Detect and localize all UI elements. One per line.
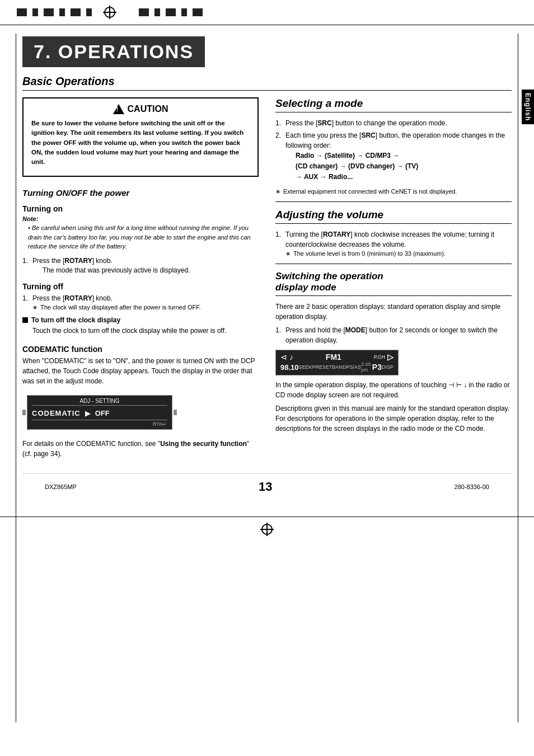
clock-display-header: To turn off the clock display	[22, 316, 259, 324]
selecting-step-1: Press the [SRC] button to change the ope…	[275, 118, 512, 128]
main-content: 7. OPERATIONS Basic Operations CAUTION B…	[0, 25, 534, 511]
adjusting-volume-steps: Turning the [ROTARY] knob clockwise incr…	[275, 229, 512, 258]
selecting-mode-steps: Press the [SRC] button to change the ope…	[275, 118, 512, 183]
codematic-footer: RTN↵	[32, 420, 167, 427]
bar-block-3	[44, 8, 54, 16]
turning-off-step-1: Press the [ROTARY] knob. The clock will …	[22, 293, 259, 312]
codematic-text2: For details on the CODEMATIC function, s…	[22, 439, 259, 459]
adjusting-volume-title: Adjusting the volume	[275, 209, 512, 224]
p3-label: P3	[372, 363, 382, 372]
divider-2	[275, 264, 512, 264]
section-title: Basic Operations	[22, 75, 512, 91]
language-tab: English	[522, 90, 534, 124]
caution-box: CAUTION Be sure to lower the volume befo…	[22, 97, 259, 177]
page-border-left	[16, 34, 16, 722]
turning-off-note: The clock will stay displayed after the …	[32, 303, 259, 312]
caution-label: CAUTION	[128, 104, 168, 114]
selecting-mode-note: External equipment not connected with Ce…	[275, 187, 512, 196]
crosshair-icon	[103, 6, 116, 19]
fm-frequency: 98.10	[280, 363, 299, 372]
codematic-title: CODEMATIC function	[22, 345, 259, 354]
right-column: Selecting a mode Press the [SRC] button …	[275, 97, 512, 462]
bar-block-2	[32, 8, 38, 16]
footer-code: 280-8336-00	[455, 483, 489, 490]
turning-on-steps: Press the [ROTARY] knob. The mode that w…	[22, 256, 259, 275]
caution-text: Be sure to lower the volume before switc…	[31, 119, 250, 167]
bottom-bar	[0, 516, 534, 542]
bar-block-r2	[154, 8, 160, 16]
fm-top-left: ⊲ ♪	[280, 353, 293, 361]
bar-block-r3	[166, 8, 176, 16]
codematic-display: ADJ - SETTING CODEMATIC ▶ OFF RTN↵	[27, 395, 172, 430]
switching-display-steps: Press and hold the [MODE] button for 2 s…	[275, 325, 512, 345]
top-bar	[0, 0, 534, 25]
fm-bottom: 98.10 SEEK PRESET BAND PS/AS 2:45 pm P3 …	[280, 361, 394, 373]
bar-block-6	[86, 8, 92, 16]
page-number: 13	[259, 480, 272, 494]
turning-power-title: Turning ON/OFF the power	[22, 188, 259, 198]
fm-label: FM1	[326, 353, 341, 361]
codematic-value: OFF	[95, 409, 110, 417]
caution-title: CAUTION	[31, 104, 250, 114]
disp-label: DISP	[382, 364, 394, 370]
codematic-label: CODEMATIC	[32, 409, 81, 417]
switching-text1: In the simple operation display, the ope…	[275, 380, 512, 400]
selecting-step-2: Each time you press the [SRC] button, th…	[275, 130, 512, 183]
preset-label: PRESET	[312, 364, 332, 370]
bar-block-r1	[139, 8, 149, 16]
pch-label: P.CH	[374, 354, 385, 360]
note-label: Note:	[22, 215, 259, 222]
volume-step-1: Turning the [ROTARY] knob clockwise incr…	[275, 229, 512, 258]
note-item: Be careful when using this unit for a lo…	[28, 223, 259, 251]
footer: DXZ865MP 13 280-8336-00	[22, 473, 512, 500]
turning-on-step-1: Press the [ROTARY] knob. The mode that w…	[22, 256, 259, 275]
bar-block-5	[71, 8, 81, 16]
fm-display: ⊲ ♪ FM1 P.CH ▷ 98.10 SEEK PRESET BAND PS…	[275, 350, 399, 375]
clock-display-text: Touch the clock to turn off the clock di…	[22, 326, 259, 336]
top-bar-left	[17, 8, 92, 16]
seek-label: SEEK	[299, 364, 312, 370]
bar-block-r4	[181, 8, 187, 16]
selecting-mode-title: Selecting a mode	[275, 97, 512, 112]
codematic-display-wrapper: ADJ - SETTING CODEMATIC ▶ OFF RTN↵	[22, 391, 259, 434]
switching-display-title: Switching the operationdisplay mode	[275, 271, 512, 296]
codematic-arrow-icon: ▶	[85, 409, 91, 417]
page-border-right	[518, 34, 518, 722]
caution-triangle-icon	[113, 104, 124, 114]
clock-display-title: To turn off the clock display	[31, 316, 120, 324]
fm-right-arrow: ▷	[387, 353, 394, 361]
codematic-body: CODEMATIC ▶ OFF	[32, 407, 167, 420]
step1-detail: The mode that was previously active is d…	[32, 266, 259, 275]
turning-off-steps: Press the [ROTARY] knob. The clock will …	[22, 293, 259, 312]
bar-block-r5	[193, 8, 203, 16]
codematic-text1: When "CODEMATIC" is set to "ON", and the…	[22, 356, 259, 386]
mode-order: Radio → (Satellite) → CD/MP3 →(CD change…	[296, 151, 512, 183]
side-line-r5	[174, 414, 177, 415]
psas-label: PS/AS	[346, 364, 362, 370]
switching-text2: Descriptions given in this manual are ma…	[275, 403, 512, 434]
music-icon: ♪	[289, 353, 293, 361]
two-column-layout: CAUTION Be sure to lower the volume befo…	[22, 97, 512, 462]
time-display: 2:45 pm	[361, 361, 371, 373]
switching-step-1: Press and hold the [MODE] button for 2 s…	[275, 325, 512, 345]
band-label: BAND	[332, 364, 346, 370]
top-bar-right	[139, 8, 203, 16]
black-square-icon	[22, 317, 28, 323]
bottom-crosshair-icon	[260, 523, 274, 536]
fm-top: ⊲ ♪ FM1 P.CH ▷	[280, 353, 394, 361]
codematic-header: ADJ - SETTING	[32, 398, 167, 406]
model-number: DXZ865MP	[45, 483, 77, 490]
left-column: CAUTION Be sure to lower the volume befo…	[22, 97, 259, 462]
page-title-box: 7. OPERATIONS	[22, 36, 205, 67]
switching-intro: There are 2 basic operation displays: st…	[275, 302, 512, 322]
volume-note: The volume level is from 0 (minimum) to …	[285, 250, 512, 258]
bar-block-1	[17, 8, 27, 16]
bar-block-4	[59, 8, 65, 16]
turning-on-title: Turning on	[22, 204, 259, 213]
turning-off-title: Turning off	[22, 282, 259, 291]
seek-left-icon: ⊲	[280, 353, 287, 361]
side-line-5	[22, 414, 26, 415]
divider-1	[275, 201, 512, 202]
page-title: 7. OPERATIONS	[34, 41, 194, 63]
note-list: Be careful when using this unit for a lo…	[22, 223, 259, 251]
